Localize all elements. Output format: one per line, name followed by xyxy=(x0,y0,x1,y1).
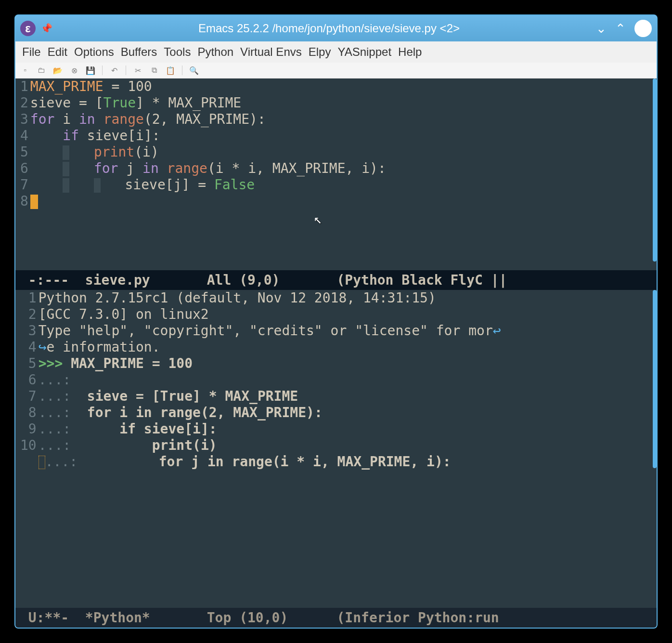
modeline-status: U:**- xyxy=(20,610,85,626)
menu-tools[interactable]: Tools xyxy=(162,44,193,60)
repl-code-area[interactable]: 1 2 3 4 5 6 7 8 910 Python 2.7.15rc1 (de… xyxy=(15,290,657,608)
modeline-top[interactable]: -:--- sieve.py All (9,0) (Python Black F… xyxy=(15,270,657,290)
menu-file[interactable]: File xyxy=(20,44,43,60)
menu-buffers[interactable]: Buffers xyxy=(119,44,159,60)
menubar: FileEditOptionsBuffersToolsPythonVirtual… xyxy=(15,41,657,63)
menu-virtual-envs[interactable]: Virtual Envs xyxy=(238,44,304,60)
menu-elpy[interactable]: Elpy xyxy=(307,44,333,60)
toolbar-separator xyxy=(126,66,126,75)
modeline-buffer-name: sieve.py xyxy=(85,272,150,288)
menu-edit[interactable]: Edit xyxy=(46,44,69,60)
modeline-modes: (Inferior Python:run xyxy=(336,610,507,626)
pin-icon[interactable]: 📌 xyxy=(40,23,52,34)
modeline-bottom[interactable]: U:**- *Python* Top (10,0) (Inferior Pyth… xyxy=(15,608,657,628)
toolbar-separator xyxy=(102,66,103,75)
menu-options[interactable]: Options xyxy=(72,44,116,60)
minimize-icon[interactable]: ⌄ xyxy=(596,21,607,36)
source-code[interactable]: MAX_PRIME = 100sieve = [True] * MAX_PRIM… xyxy=(30,79,657,270)
paste-icon[interactable]: 📋 xyxy=(166,66,175,75)
repl-code[interactable]: Python 2.7.15rc1 (default, Nov 12 2018, … xyxy=(39,290,657,608)
titlebar[interactable]: ε 📌 Emacs 25.2.2 /home/jon/python/sieve/… xyxy=(15,15,657,41)
open-dir-icon[interactable]: 🗀 xyxy=(37,66,46,75)
close-red-icon[interactable]: ⊗ xyxy=(69,66,79,75)
modeline-status: -:--- xyxy=(20,272,85,288)
search-icon[interactable]: 🔍 xyxy=(189,66,199,75)
cut-icon[interactable]: ✂ xyxy=(133,66,142,75)
repl-gutter: 1 2 3 4 5 6 7 8 910 xyxy=(15,290,39,608)
scrollbar[interactable] xyxy=(653,79,657,262)
modeline-position: All (9,0) xyxy=(150,272,337,288)
open-folder-icon[interactable]: 📂 xyxy=(53,66,63,75)
source-code-area[interactable]: 12345678 MAX_PRIME = 100sieve = [True] *… xyxy=(15,79,657,270)
toolbar: ▫🗀📂⊗💾↶✂⧉📋🔍 xyxy=(15,63,657,79)
window-title: Emacs 25.2.2 /home/jon/python/sieve/siev… xyxy=(62,22,596,35)
modeline-modes: (Python Black FlyC || xyxy=(336,272,507,288)
source-pane: 12345678 MAX_PRIME = 100sieve = [True] *… xyxy=(15,79,657,290)
scrollbar[interactable] xyxy=(653,290,657,468)
repl-pane: 1 2 3 4 5 6 7 8 910 Python 2.7.15rc1 (de… xyxy=(15,290,657,628)
maximize-icon[interactable]: ⌃ xyxy=(615,21,626,36)
modeline-buffer-name: *Python* xyxy=(85,610,150,626)
save-icon[interactable]: 💾 xyxy=(86,66,95,75)
close-icon[interactable]: ✕ xyxy=(634,20,652,37)
editor-area: 12345678 MAX_PRIME = 100sieve = [True] *… xyxy=(15,79,657,628)
emacs-app-icon: ε xyxy=(20,21,36,36)
menu-yasnippet[interactable]: YASnippet xyxy=(336,44,393,60)
toolbar-separator xyxy=(182,66,182,75)
window-controls: ⌄ ⌃ ✕ xyxy=(596,20,652,37)
emacs-window: ε 📌 Emacs 25.2.2 /home/jon/python/sieve/… xyxy=(14,14,658,629)
undo-icon[interactable]: ↶ xyxy=(109,66,119,75)
source-gutter: 12345678 xyxy=(15,79,30,270)
new-file-icon[interactable]: ▫ xyxy=(20,66,30,75)
menu-python[interactable]: Python xyxy=(195,44,235,60)
copy-icon[interactable]: ⧉ xyxy=(149,66,159,75)
modeline-position: Top (10,0) xyxy=(150,610,337,626)
menu-help[interactable]: Help xyxy=(396,44,424,60)
